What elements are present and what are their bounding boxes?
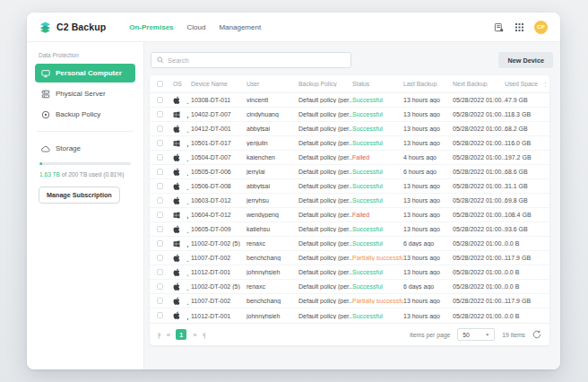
table-row[interactable]: 11012-DT-001johnnyhsiehDefault policy (p… xyxy=(150,308,549,323)
search-input[interactable] xyxy=(168,56,345,65)
apple-os-icon xyxy=(173,225,187,234)
backup-policy-cell: Default policy (per... xyxy=(298,240,352,247)
device-name-cell: 11002-DT-002 (5) xyxy=(191,283,246,290)
last-backup-cell: 6 hours ago xyxy=(403,169,453,175)
storage-used-value: 1.63 TB xyxy=(39,171,60,178)
apple-os-icon xyxy=(173,182,187,191)
manage-subscription-button[interactable]: Manage Subscription xyxy=(39,187,120,204)
search-box[interactable] xyxy=(151,52,351,68)
table-row[interactable]: 10603-DT-012jerryhsuDefault policy (per.… xyxy=(150,194,549,208)
table-row[interactable]: 10402-DT-007cindyhuangDefault policy (pe… xyxy=(150,108,549,122)
row-checkbox[interactable] xyxy=(157,212,163,218)
sidebar-item-physical-server[interactable]: Physical Server xyxy=(35,84,135,103)
sidebar-item-storage[interactable]: Storage xyxy=(35,139,135,158)
used-space-cell: 68.6 GB xyxy=(505,169,542,175)
row-checkbox[interactable] xyxy=(157,140,163,146)
user-cell: benchchang xyxy=(246,255,298,261)
device-name-cell: 10605-DT-009 xyxy=(191,226,246,232)
backup-policy-cell: Default policy (per... xyxy=(298,111,352,117)
table-row[interactable]: 11007-DT-002benchchangDefault policy (pe… xyxy=(150,251,549,265)
device-name-cell: 10402-DT-007 xyxy=(191,111,246,117)
sidebar-item-label: Personal Computer xyxy=(56,69,122,77)
used-space-cell: 31.1 GB xyxy=(505,183,542,189)
select-all-checkbox[interactable] xyxy=(157,81,163,87)
table-row[interactable]: 10506-DT-008abbytsaiDefault policy (per.… xyxy=(150,179,549,194)
chevron-down-icon: ▼ xyxy=(485,332,489,337)
c2-backup-window: C2 Backup On-Premises Cloud Management xyxy=(27,13,560,369)
last-backup-cell: 13 hours ago xyxy=(403,97,453,103)
row-checkbox[interactable] xyxy=(157,183,163,189)
table-row[interactable]: 10504-DT-007kaienchenDefault policy (per… xyxy=(150,151,549,165)
next-backup-cell: 05/28/2022 01:00... xyxy=(453,97,505,103)
table-row[interactable]: 11012-DT-001johnnyhsiehDefault policy (p… xyxy=(150,265,549,280)
table-row[interactable]: 11002-DT-002 (5)renaxcDefault policy (pe… xyxy=(150,237,549,251)
user-cell: abbytsai xyxy=(246,126,298,132)
apps-grid-icon[interactable] xyxy=(514,22,524,32)
row-checkbox[interactable] xyxy=(157,154,163,161)
sidebar-divider xyxy=(37,131,134,132)
row-checkbox[interactable] xyxy=(157,111,163,117)
used-space-cell: 69.8 GB xyxy=(505,197,542,204)
row-checkbox[interactable] xyxy=(157,312,163,318)
items-per-page-select[interactable]: 50 ▼ xyxy=(457,328,495,341)
col-device-name: Device Name xyxy=(191,81,246,87)
backup-policy-cell: Default policy (per... xyxy=(298,154,352,161)
next-backup-cell: 05/28/2022 01:00... xyxy=(453,269,505,275)
table-row[interactable]: 10605-DT-009katiehsuDefault policy (per.… xyxy=(150,222,549,237)
next-backup-cell: 05/28/2022 01:00... xyxy=(453,126,505,132)
previous-page-button[interactable]: « xyxy=(167,331,169,339)
new-device-button[interactable]: New Device xyxy=(498,52,553,68)
online-status-dot xyxy=(186,116,190,118)
backup-policy-cell: Default policy (per... xyxy=(298,140,352,146)
sidebar-section-label: Data Protection xyxy=(39,52,135,58)
row-checkbox[interactable] xyxy=(157,226,163,232)
last-backup-cell: 13 hours ago xyxy=(403,140,453,146)
tab-on-premises[interactable]: On-Premises xyxy=(129,23,173,31)
last-backup-cell: 13 hours ago xyxy=(403,183,453,189)
refresh-icon[interactable] xyxy=(532,330,541,339)
status-cell: Partially successful xyxy=(352,255,403,261)
row-checkbox[interactable] xyxy=(157,269,163,275)
col-status: Status xyxy=(352,81,403,87)
row-checkbox[interactable] xyxy=(157,255,163,261)
row-checkbox[interactable] xyxy=(157,97,163,103)
row-checkbox[interactable] xyxy=(157,197,163,204)
backup-policy-cell: Default policy (per... xyxy=(298,197,352,204)
backup-policy-cell: Default policy (per... xyxy=(298,298,352,304)
table-row[interactable]: 10412-DT-001abbytsaiDefault policy (per.… xyxy=(150,122,549,136)
user-cell: wendypeng xyxy=(246,212,298,218)
backup-policy-cell: Default policy (per... xyxy=(298,126,352,132)
device-name-cell: 10505-DT-006 xyxy=(191,169,246,175)
row-checkbox[interactable] xyxy=(157,283,163,290)
row-checkbox[interactable] xyxy=(157,298,163,304)
whats-new-icon[interactable] xyxy=(493,22,504,32)
user-avatar[interactable]: CP xyxy=(534,21,548,34)
tab-cloud[interactable]: Cloud xyxy=(187,23,206,31)
table-row[interactable]: 10308-DT-011vincenttDefault policy (per.… xyxy=(150,93,549,108)
row-checkbox[interactable] xyxy=(157,240,163,247)
app-logo[interactable]: C2 Backup xyxy=(39,22,106,33)
column-options-icon[interactable]: ⋮ xyxy=(542,81,548,88)
table-row[interactable]: 10501-DT-017yenjulinDefault policy (per.… xyxy=(150,136,549,151)
items-per-page-label: Items per page xyxy=(410,332,450,338)
sidebar-item-personal-computer[interactable]: Personal Computer xyxy=(35,64,135,82)
row-checkbox[interactable] xyxy=(157,126,163,132)
status-cell: Successful xyxy=(352,97,403,103)
tab-management[interactable]: Management xyxy=(219,23,261,31)
first-page-button[interactable]: |‹ xyxy=(158,331,160,339)
status-cell: Partially successful xyxy=(352,298,403,304)
col-last-backup: Last Backup xyxy=(403,81,453,87)
last-page-button[interactable]: ›| xyxy=(203,331,205,339)
status-cell: Successful xyxy=(352,183,403,189)
current-page-button[interactable]: 1 xyxy=(176,329,186,340)
top-right-actions: CP xyxy=(493,21,548,34)
next-page-button[interactable]: » xyxy=(193,331,195,339)
used-space-cell: 0.0 B xyxy=(505,269,542,275)
table-row[interactable]: 10505-DT-006jerrylaiDefault policy (per.… xyxy=(150,165,549,179)
col-used-space: Used Space xyxy=(505,81,542,87)
table-row[interactable]: 11002-DT-002 (5)renaxcDefault policy (pe… xyxy=(150,280,549,294)
sidebar-item-backup-policy[interactable]: Backup Policy xyxy=(35,105,135,124)
row-checkbox[interactable] xyxy=(157,169,163,175)
table-row[interactable]: 11007-DT-002benchchangDefault policy (pe… xyxy=(150,294,549,308)
table-row[interactable]: 10604-DT-012wendypengDefault policy (per… xyxy=(150,208,549,222)
